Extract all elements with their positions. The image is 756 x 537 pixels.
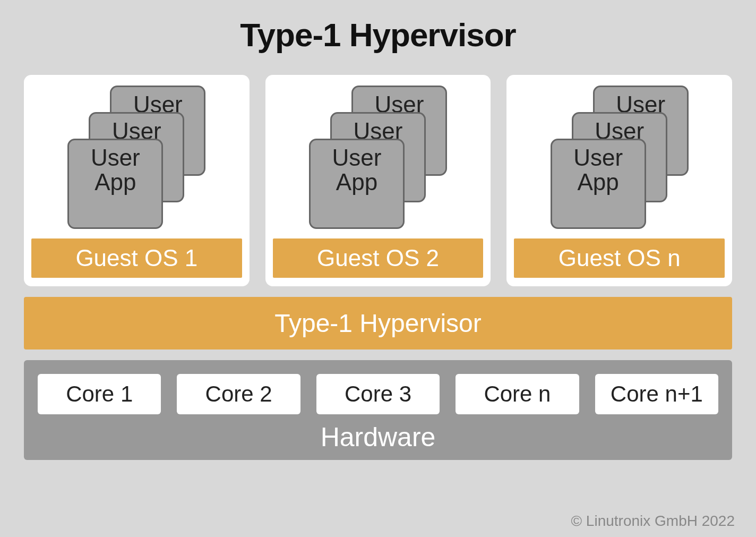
app-label-line2: App (336, 170, 377, 194)
guest-os-label: Guest OS 2 (273, 238, 484, 278)
core-row: Core 1 Core 2 Core 3 Core n Core n+1 (38, 374, 718, 414)
user-app-card-front: User App (309, 139, 405, 229)
user-app-card-front: User App (67, 139, 163, 229)
app-stack: User User User App (67, 86, 205, 229)
core-box: Core n+1 (595, 374, 718, 414)
hypervisor-layer: Type-1 Hypervisor (24, 297, 732, 350)
guest-os-label: Guest OS 1 (31, 238, 242, 278)
app-label-line1: User (332, 146, 382, 170)
guest-os-label: Guest OS n (514, 238, 725, 278)
hardware-label: Hardware (38, 422, 718, 453)
vm-row: User User User App Guest OS 1 User User … (24, 75, 732, 286)
hardware-layer: Core 1 Core 2 Core 3 Core n Core n+1 Har… (24, 360, 732, 460)
core-box: Core n (456, 374, 579, 414)
core-box: Core 2 (177, 374, 300, 414)
app-label-line2: App (94, 170, 136, 194)
user-app-card-front: User App (551, 139, 646, 229)
app-stack: User User User App (309, 86, 447, 229)
app-stack: User User User App (551, 86, 689, 229)
app-label-line2: App (578, 170, 619, 194)
core-box: Core 3 (316, 374, 440, 414)
vm-box-2: User User User App Guest OS 2 (265, 75, 491, 286)
core-box: Core 1 (38, 374, 161, 414)
vm-box-n: User User User App Guest OS n (506, 75, 732, 286)
app-label-line1: User (91, 146, 140, 170)
app-label-line1: User (573, 146, 623, 170)
copyright-label: © Linutronix GmbH 2022 (571, 513, 735, 530)
diagram-title: Type-1 Hypervisor (24, 16, 732, 54)
vm-box-1: User User User App Guest OS 1 (24, 75, 250, 286)
